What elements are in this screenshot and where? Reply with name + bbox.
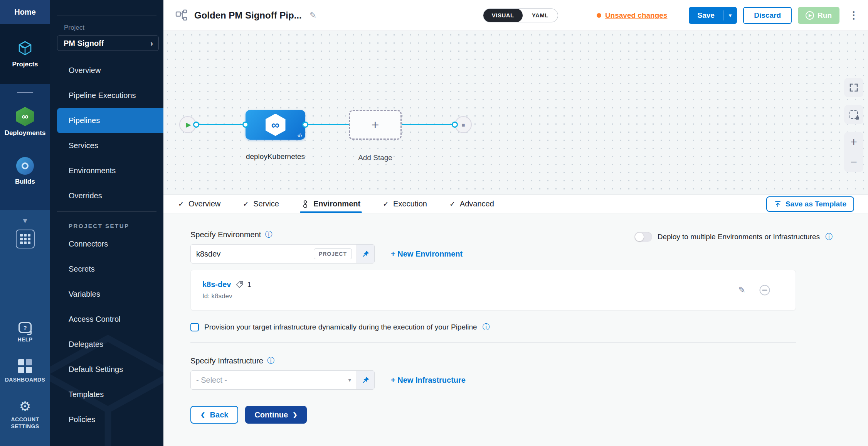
tab-overview[interactable]: ✓ Overview [178,195,220,213]
nav-dashboards[interactable]: DASHBOARDS [5,359,45,383]
sidebar-section-divider [57,211,156,212]
canvas-select-button[interactable] [844,105,863,124]
back-button[interactable]: ❮ Back [190,406,238,424]
tab-service[interactable]: ✓ Service [243,195,279,213]
stage-name-label: deployKubernetes [242,151,309,162]
help-icon: ? [19,322,32,333]
nav-account-settings-label: ACCOUNT SETTINGS [7,416,44,430]
stop-square-icon: ■ [461,122,465,128]
project-setup-heading: PROJECT SETUP [69,223,163,229]
tab-advanced[interactable]: ✓ Advanced [449,195,494,213]
rail-divider [17,92,33,93]
sidebar-item-environments[interactable]: Environments [57,158,163,183]
canvas-fit-button[interactable] [844,78,863,97]
project-switcher[interactable]: PM Signoff › [57,35,159,51]
nav-module-builds[interactable]: Builds [15,157,35,186]
infrastructure-select[interactable]: - Select - ▾ [190,370,375,390]
nav-account-settings[interactable]: ⚙ ACCOUNT SETTINGS [7,400,44,430]
connector-dot [452,122,458,128]
cd-stage-icon: ∞ [266,114,286,136]
sidebar-item-connectors[interactable]: Connectors [57,231,163,257]
sidebar-item-overrides[interactable]: Overrides [57,183,163,208]
pin-infrastructure-button[interactable] [357,371,374,389]
tab-overview-label: Overview [188,199,220,208]
multi-env-toggle-row: Deploy to multiple Environments or Infra… [634,232,833,242]
sidebar-watermark-logo [50,330,163,446]
zoom-out-button[interactable]: − [844,152,863,172]
sidebar-item-access-control[interactable]: Access Control [57,307,163,332]
visual-mode-button[interactable]: VISUAL [483,8,523,22]
info-icon[interactable]: ⓘ [267,356,274,366]
yaml-mode-button[interactable]: YAML [523,12,558,19]
sidebar-item-pipeline-executions[interactable]: Pipeline Executions [57,83,163,108]
toggle-knob [635,233,644,241]
info-icon[interactable]: ⓘ [483,322,490,332]
pipeline-icon [175,9,188,22]
pipeline-canvas[interactable]: ▶ ∞ ‹/› + ■ deployKubernetes Add Stage + [163,31,868,195]
connector-dot [242,122,249,128]
more-options-icon[interactable]: ⋮ [846,9,861,21]
add-stage-button[interactable]: + [349,110,402,140]
project-sidebar: Project PM Signoff › Overview Pipeline E… [50,0,163,446]
new-environment-link[interactable]: + New Environment [391,250,463,258]
connector-dot [193,122,199,128]
nav-help[interactable]: ? HELP [18,322,33,343]
nav-dashboards-label: DASHBOARDS [5,376,45,383]
pin-environment-button[interactable] [357,245,374,263]
nav-module-deployments[interactable]: ∞ Deployments [5,107,46,137]
save-button[interactable]: Save [689,11,723,20]
plus-icon: + [372,117,379,132]
tag-icon [235,280,244,289]
rail-middle-section: ∞ Deployments Builds [0,84,50,210]
provision-row: Provision your target infrastructure dyn… [190,322,833,332]
tab-environment[interactable]: Environment [301,195,360,213]
new-infrastructure-link[interactable]: + New Infrastructure [391,376,466,385]
unsaved-changes: Unsaved changes [597,11,668,20]
module-selector-button[interactable] [16,230,35,248]
tab-advanced-label: Advanced [460,199,494,208]
nav-module-projects[interactable]: Projects [0,24,50,84]
run-button[interactable]: ▶ Run [798,7,839,24]
sidebar-item-overview[interactable]: Overview [57,58,163,83]
pipeline-connector-line [188,124,463,125]
edit-environment-icon[interactable]: ✎ [738,285,745,295]
continue-button[interactable]: Continue ❯ [245,406,306,424]
tab-execution-label: Execution [393,199,427,208]
run-button-label: Run [818,11,832,20]
environment-card-actions: ✎ [738,284,784,296]
environment-name-link[interactable]: k8s-dev [202,280,231,289]
discard-button[interactable]: Discard [743,7,792,24]
stage-node-deploy-kubernetes[interactable]: ∞ ‹/› [246,110,305,140]
info-icon[interactable]: ⓘ [825,232,833,242]
sidebar-item-services[interactable]: Services [57,133,163,158]
save-dropdown-caret[interactable]: ▾ [723,12,737,19]
multi-env-toggle[interactable] [634,232,652,242]
edit-title-icon[interactable]: ✎ [310,10,316,20]
unsaved-changes-link[interactable]: Unsaved changes [605,11,668,20]
remove-environment-icon[interactable] [759,284,771,296]
scope-badge: PROJECT [314,248,352,259]
sidebar-item-variables[interactable]: Variables [57,282,163,307]
environment-input-group: PROJECT [190,244,375,264]
multi-env-toggle-label: Deploy to multiple Environments or Infra… [658,233,820,241]
tab-execution[interactable]: ✓ Execution [383,195,427,213]
environment-card-info: k8s-dev 1 Id: k8sdev [202,280,251,300]
gear-icon: ⚙ [19,400,31,413]
environment-tab-icon [301,200,309,208]
check-icon: ✓ [243,199,249,208]
info-icon[interactable]: ⓘ [265,230,272,240]
chevron-left-icon: ❮ [200,411,205,418]
infinity-glyph: ∞ [271,118,279,132]
stage-code-mini-icon: ‹/› [298,132,302,138]
sidebar-item-secrets[interactable]: Secrets [57,257,163,282]
nav-module-builds-label: Builds [15,178,35,186]
upload-icon [774,200,782,208]
wizard-footer: ❮ Back Continue ❯ [190,406,833,424]
environment-input[interactable] [191,250,314,258]
chevron-down-icon[interactable]: ▾ [23,216,27,226]
save-as-template-button[interactable]: Save as Template [766,196,854,212]
sidebar-item-pipelines[interactable]: Pipelines [57,108,163,133]
nav-home[interactable]: Home [0,0,50,24]
zoom-in-button[interactable]: + [844,132,863,152]
provision-checkbox[interactable] [190,323,199,331]
